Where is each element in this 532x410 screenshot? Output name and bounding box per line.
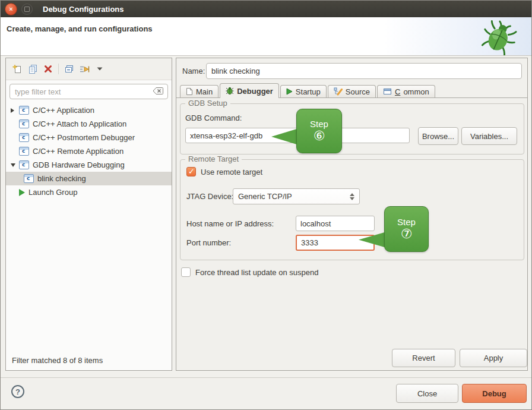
revert-button[interactable]: Revert [392, 349, 455, 367]
tab-debugger[interactable]: Debugger [220, 83, 279, 98]
c-application-icon [19, 160, 29, 169]
launch-group-icon [19, 189, 25, 196]
tree-item-blink-checking[interactable]: blink checking [6, 172, 172, 185]
expander-collapsed-icon[interactable] [11, 108, 19, 113]
tab-main[interactable]: Main [180, 85, 218, 97]
port-input[interactable] [296, 235, 375, 251]
bug-icon [226, 87, 234, 95]
force-thread-row: Force thread list update on suspend [181, 267, 318, 277]
window-icon [383, 88, 392, 95]
step7-callout: Step ⑦ [384, 206, 429, 252]
expander-expanded-icon[interactable] [11, 163, 19, 167]
configuration-tabs: Main Debugger Startup [180, 83, 436, 98]
filter-row [6, 80, 172, 102]
step6-callout: Step ⑥ [296, 109, 342, 153]
tree-item-label: C/C++ Postmortem Debugger [33, 133, 135, 142]
c-application-icon [19, 147, 29, 156]
collapse-all-icon[interactable] [61, 61, 77, 77]
browse-button[interactable]: Browse... [418, 127, 458, 145]
debug-button[interactable]: Debug [462, 384, 527, 403]
c-application-icon [19, 119, 29, 128]
c-application-icon [24, 174, 34, 183]
delete-configuration-icon[interactable] [40, 61, 56, 77]
use-remote-target-label: Use remote target [201, 168, 262, 176]
tree-item-cpp-application[interactable]: C/C++ Application [6, 103, 172, 117]
tree-item-label: C/C++ Application [33, 106, 94, 115]
use-remote-target-checkbox[interactable] [186, 167, 196, 176]
footer-separator [1, 377, 531, 378]
jtag-device-value: Generic TCP/IP [238, 192, 292, 201]
dialog-header: Create, manage, and run configurations [1, 17, 531, 56]
close-button[interactable]: Close [396, 384, 458, 403]
gdb-setup-group: GDB Setup GDB Command: Browse... Variabl… [180, 103, 524, 154]
source-tree-icon [334, 87, 343, 96]
tree-item-label: C/C++ Remote Application [33, 147, 124, 156]
clear-filter-icon[interactable] [153, 87, 164, 97]
filter-configurations-icon[interactable] [77, 61, 92, 77]
debug-configurations-dialog: × Debug Configurations Create, manage, a… [0, 0, 532, 410]
tree-item-label: GDB Hardware Debugging [33, 160, 125, 169]
new-configuration-icon[interactable] [10, 61, 25, 77]
force-thread-label: Force thread list update on suspend [195, 268, 318, 277]
port-label: Port number: [186, 238, 231, 247]
tree-item-label: Launch Group [28, 188, 77, 197]
close-window-icon[interactable]: × [5, 3, 17, 15]
tab-startup[interactable]: Startup [280, 85, 327, 97]
name-label: Name: [182, 67, 205, 75]
tab-common[interactable]: Common [377, 85, 435, 97]
jtag-device-label: JTAG Device: [186, 192, 233, 201]
remote-target-group: Remote Target Use remote target JTAG Dev… [180, 159, 524, 260]
gdb-setup-legend: GDB Setup [185, 99, 230, 108]
configuration-detail-panel: Name: Main Debugger Startup [176, 58, 528, 371]
toolbar-menu-chevron-icon[interactable] [92, 61, 107, 77]
restore-window-icon[interactable] [21, 4, 33, 15]
file-icon [186, 87, 193, 96]
filter-status-text: Filter matched 8 of 8 items [6, 351, 172, 370]
host-input[interactable] [296, 216, 375, 231]
name-input[interactable] [206, 63, 522, 79]
tree-item-label: C/C++ Attach to Application [33, 119, 126, 128]
toolbar-separator [58, 64, 59, 74]
tree-item-cpp-attach[interactable]: C/C++ Attach to Application [6, 117, 172, 131]
duplicate-configuration-icon[interactable] [25, 61, 40, 77]
gdb-command-label: GDB Command: [185, 113, 242, 122]
variables-button[interactable]: Variables... [461, 127, 517, 145]
jtag-device-combo[interactable]: Generic TCP/IP [233, 188, 360, 204]
tree-item-label: blink checking [37, 174, 86, 183]
tree-item-cpp-postmortem[interactable]: C/C++ Postmortem Debugger [6, 131, 172, 144]
help-button[interactable]: ? [11, 385, 24, 398]
remote-target-legend: Remote Target [185, 154, 242, 163]
configurations-sidebar: C/C++ Application C/C++ Attach to Applic… [5, 58, 172, 371]
apply-button[interactable]: Apply [460, 349, 527, 367]
tree-item-cpp-remote[interactable]: C/C++ Remote Application [6, 144, 172, 158]
tree-item-launch-group[interactable]: Launch Group [6, 185, 172, 199]
force-thread-checkbox[interactable] [181, 267, 191, 277]
c-application-icon [19, 133, 29, 142]
configurations-tree: C/C++ Application C/C++ Attach to Applic… [6, 102, 172, 351]
play-icon [286, 88, 293, 95]
tree-item-gdb-hardware-debugging[interactable]: GDB Hardware Debugging [6, 158, 172, 172]
debug-bug-logo-icon [480, 18, 517, 57]
tab-source[interactable]: Source [328, 85, 376, 97]
c-application-icon [19, 106, 29, 115]
host-label: Host name or IP address: [186, 219, 274, 228]
filter-input[interactable] [10, 84, 168, 99]
combo-spinner-icon [350, 193, 354, 200]
dialog-subtitle: Create, manage, and run configurations [7, 24, 153, 33]
sidebar-toolbar [6, 58, 172, 80]
use-remote-target-row: Use remote target [186, 167, 262, 176]
titlebar: × Debug Configurations [1, 1, 531, 17]
window-title: Debug Configurations [43, 5, 124, 14]
